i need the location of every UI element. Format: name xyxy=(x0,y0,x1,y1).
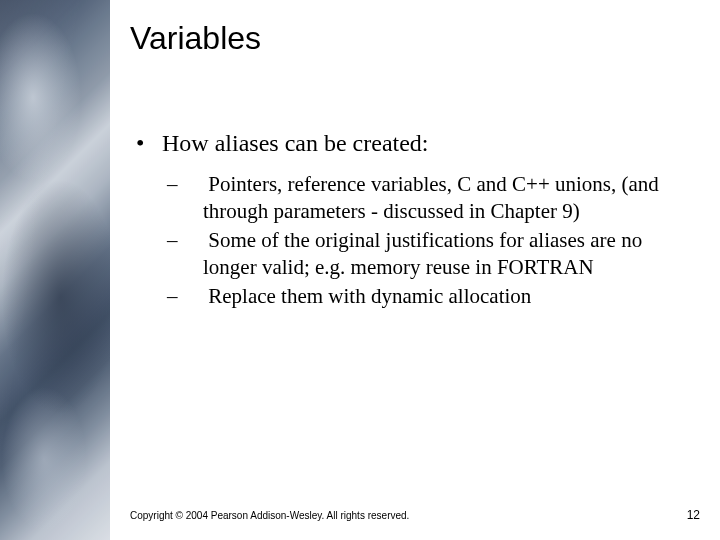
bullet-level2-text: Replace them with dynamic allocation xyxy=(208,284,531,308)
sub-bullet-list: Pointers, reference variables, C and C++… xyxy=(185,171,670,309)
bullet-level2-text: Some of the original justifications for … xyxy=(203,228,642,279)
bullet-level2: Some of the original justifications for … xyxy=(185,227,670,281)
page-number: 12 xyxy=(687,508,700,522)
bullet-level1-text: How aliases can be created: xyxy=(162,130,429,156)
sidebar-background-overlay xyxy=(0,0,110,540)
copyright-text: Copyright © 2004 Pearson Addison-Wesley.… xyxy=(130,510,409,521)
bullet-level2-text: Pointers, reference variables, C and C++… xyxy=(203,172,659,223)
bullet-level2: Replace them with dynamic allocation xyxy=(185,283,670,310)
bullet-level2: Pointers, reference variables, C and C++… xyxy=(185,171,670,225)
slide-title: Variables xyxy=(130,20,690,57)
bullet-level1: How aliases can be created: xyxy=(140,127,690,159)
slide-footer: Copyright © 2004 Pearson Addison-Wesley.… xyxy=(130,508,700,522)
slide-content: Variables How aliases can be created: Po… xyxy=(130,20,690,520)
